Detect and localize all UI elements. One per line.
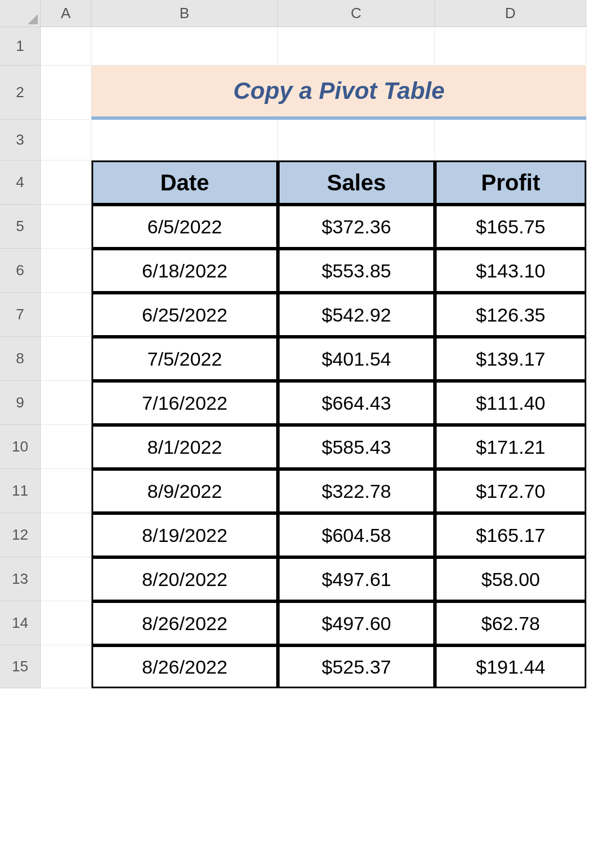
table-row[interactable]: 8/20/2022 [92, 557, 278, 601]
cell-A11[interactable] [41, 469, 92, 513]
cell-A15[interactable] [41, 645, 92, 688]
cell-A7[interactable] [41, 293, 92, 337]
table-row[interactable]: 8/1/2022 [92, 425, 278, 469]
cell-A14[interactable] [41, 601, 92, 645]
table-row[interactable]: 6/18/2022 [92, 249, 278, 293]
row-header-15[interactable]: 15 [0, 645, 41, 688]
cell-D3[interactable] [435, 120, 586, 160]
select-all-corner[interactable] [0, 0, 41, 27]
row-header-3[interactable]: 3 [0, 120, 41, 160]
row-header-10[interactable]: 10 [0, 425, 41, 469]
col-header-B[interactable]: B [92, 0, 278, 27]
table-row[interactable]: 8/9/2022 [92, 469, 278, 513]
table-row[interactable]: $139.17 [435, 337, 586, 381]
table-row[interactable]: $165.75 [435, 205, 586, 249]
table-row[interactable]: $497.60 [278, 601, 435, 645]
cell-A13[interactable] [41, 557, 92, 601]
table-row[interactable]: $497.61 [278, 557, 435, 601]
cell-A10[interactable] [41, 425, 92, 469]
table-row[interactable]: 8/26/2022 [92, 601, 278, 645]
cell-A9[interactable] [41, 381, 92, 425]
table-row[interactable]: $165.17 [435, 513, 586, 557]
cell-A1[interactable] [41, 27, 92, 66]
table-row[interactable]: 7/16/2022 [92, 381, 278, 425]
table-row[interactable]: $542.92 [278, 293, 435, 337]
table-row[interactable]: $143.10 [435, 249, 586, 293]
row-header-13[interactable]: 13 [0, 557, 41, 601]
table-row[interactable]: $525.37 [278, 645, 435, 688]
cell-B1[interactable] [92, 27, 278, 66]
table-row[interactable]: $126.35 [435, 293, 586, 337]
row-header-1[interactable]: 1 [0, 27, 41, 66]
table-row[interactable]: 8/19/2022 [92, 513, 278, 557]
cell-A6[interactable] [41, 249, 92, 293]
table-row[interactable]: $401.54 [278, 337, 435, 381]
cell-C1[interactable] [278, 27, 435, 66]
table-header-profit[interactable]: Profit [435, 160, 586, 205]
title-cell[interactable]: Copy a Pivot Table [92, 66, 586, 120]
cell-A4[interactable] [41, 160, 92, 205]
cell-A3[interactable] [41, 120, 92, 160]
table-row[interactable]: $62.78 [435, 601, 586, 645]
cell-A5[interactable] [41, 205, 92, 249]
table-row[interactable]: $58.00 [435, 557, 586, 601]
table-header-date[interactable]: Date [92, 160, 278, 205]
table-row[interactable]: $171.21 [435, 425, 586, 469]
table-row[interactable]: $664.43 [278, 381, 435, 425]
row-header-8[interactable]: 8 [0, 337, 41, 381]
row-header-14[interactable]: 14 [0, 601, 41, 645]
table-row[interactable]: 6/5/2022 [92, 205, 278, 249]
row-header-6[interactable]: 6 [0, 249, 41, 293]
cell-A8[interactable] [41, 337, 92, 381]
col-header-C[interactable]: C [278, 0, 435, 27]
row-header-11[interactable]: 11 [0, 469, 41, 513]
table-row[interactable]: 7/5/2022 [92, 337, 278, 381]
cell-D1[interactable] [435, 27, 586, 66]
row-header-7[interactable]: 7 [0, 293, 41, 337]
row-header-2[interactable]: 2 [0, 66, 41, 120]
row-header-5[interactable]: 5 [0, 205, 41, 249]
table-row[interactable]: $553.85 [278, 249, 435, 293]
cell-B3[interactable] [92, 120, 278, 160]
table-row[interactable]: $111.40 [435, 381, 586, 425]
table-row[interactable]: 8/26/2022 [92, 645, 278, 688]
col-header-A[interactable]: A [41, 0, 92, 27]
table-header-sales[interactable]: Sales [278, 160, 435, 205]
table-row[interactable]: $172.70 [435, 469, 586, 513]
spreadsheet-grid[interactable]: A B C D 1 2 Copy a Pivot Table 3 4 Date … [0, 0, 614, 688]
table-row[interactable]: 6/25/2022 [92, 293, 278, 337]
cell-A2[interactable] [41, 66, 92, 120]
table-row[interactable]: $322.78 [278, 469, 435, 513]
cell-C3[interactable] [278, 120, 435, 160]
col-header-D[interactable]: D [435, 0, 586, 27]
table-row[interactable]: $191.44 [435, 645, 586, 688]
table-row[interactable]: $372.36 [278, 205, 435, 249]
table-row[interactable]: $585.43 [278, 425, 435, 469]
row-header-9[interactable]: 9 [0, 381, 41, 425]
row-header-12[interactable]: 12 [0, 513, 41, 557]
cell-A12[interactable] [41, 513, 92, 557]
table-row[interactable]: $604.58 [278, 513, 435, 557]
row-header-4[interactable]: 4 [0, 160, 41, 205]
